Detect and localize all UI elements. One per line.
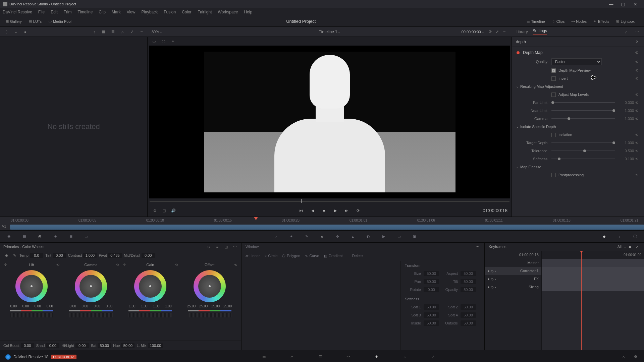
3d-icon[interactable]: ▣: [411, 233, 418, 240]
more-icon[interactable]: ⋯: [138, 29, 144, 35]
kf-timeline[interactable]: 01:00:01:09: [542, 251, 644, 350]
target-depth-slider[interactable]: [551, 142, 615, 143]
near-limit-value[interactable]: 1.000: [619, 109, 634, 113]
info-icon[interactable]: ⓘ: [631, 233, 639, 240]
linear-tool[interactable]: ▱Linear: [246, 254, 260, 258]
near-limit-slider[interactable]: [551, 110, 615, 111]
hilight-value[interactable]: 0.00: [75, 343, 89, 348]
lightbox-toggle[interactable]: ⊞Lightbox: [614, 18, 635, 24]
near-reset-icon[interactable]: ⟲: [634, 109, 639, 113]
tolerance-reset-icon[interactable]: ⟲: [634, 149, 639, 153]
stills-view-icon[interactable]: ▯: [3, 29, 9, 35]
sat-value[interactable]: 50.00: [98, 343, 111, 348]
gamma-r[interactable]: 0.00: [80, 304, 90, 308]
target-depth-value[interactable]: 1.000: [619, 141, 634, 145]
color-wheels-icon[interactable]: ◎: [36, 233, 44, 240]
outside-value[interactable]: 50.00: [461, 320, 476, 326]
rgb-mixer-icon[interactable]: ⊞: [67, 233, 74, 240]
rotate-value[interactable]: 0.00: [424, 287, 439, 292]
kf-fx[interactable]: ● ◇ ▸ FX: [485, 275, 541, 283]
menu-edit[interactable]: Edit: [51, 10, 58, 14]
viewer-canvas[interactable]: [149, 46, 510, 198]
gain-r[interactable]: 1.00: [139, 304, 149, 308]
circle-tool[interactable]: ○Circle: [265, 254, 278, 258]
opacity-value[interactable]: 50.00: [461, 287, 476, 292]
tolerance-value[interactable]: 0.500: [619, 149, 634, 153]
effect-search-input[interactable]: [516, 40, 634, 44]
wipe-icon[interactable]: ◫: [161, 207, 167, 214]
gain-jog[interactable]: [128, 313, 172, 317]
offset-wheel[interactable]: [194, 270, 226, 302]
list-view-icon[interactable]: ☰: [110, 29, 116, 35]
gain-reset-icon[interactable]: ⟲: [175, 263, 178, 267]
gamma-wheel[interactable]: [75, 270, 107, 302]
playhead[interactable]: [254, 217, 258, 220]
far-limit-slider[interactable]: [551, 102, 615, 103]
viewer-mode-1-icon[interactable]: ▭: [151, 38, 157, 44]
gamma-y[interactable]: 0.00: [68, 304, 78, 308]
kf-master[interactable]: Master: [485, 259, 541, 267]
viewer-wand-icon[interactable]: ✧: [170, 38, 176, 44]
wheels-mode-3-icon[interactable]: ◫: [223, 244, 229, 250]
color-match-icon[interactable]: ▦: [21, 233, 28, 240]
offset-y[interactable]: 25.00: [186, 304, 197, 308]
tolerance-slider[interactable]: [551, 150, 615, 151]
lift-wheel[interactable]: [15, 270, 48, 302]
inside-value[interactable]: 50.00: [424, 320, 439, 326]
soft3-value[interactable]: 50.00: [424, 312, 439, 318]
group-map-adjustment[interactable]: Resulting Map Adjustment: [512, 82, 644, 90]
menu-help[interactable]: Help: [244, 10, 252, 14]
kf-corrector1[interactable]: ● ◇ ▸ Corrector 1: [485, 267, 541, 275]
menu-fairlight[interactable]: Fairlight: [198, 10, 212, 14]
contrast-value[interactable]: 1.000: [83, 253, 97, 258]
warper-icon[interactable]: ✦: [287, 233, 295, 240]
gain-picker-icon[interactable]: ✛: [123, 263, 126, 267]
lift-g[interactable]: 0.00: [33, 304, 43, 308]
tilt-value[interactable]: 50.00: [461, 279, 476, 284]
play-button[interactable]: ▶: [332, 207, 339, 214]
deliver-page-icon[interactable]: ↗: [429, 353, 437, 361]
pan-value[interactable]: 50.00: [424, 279, 439, 284]
timeline-name[interactable]: Timeline 1 ⌵: [319, 29, 340, 34]
far-reset-icon[interactable]: ⟲: [634, 101, 639, 105]
blur-icon[interactable]: ◐: [365, 233, 372, 240]
post-reset-icon[interactable]: ⟲: [634, 173, 639, 177]
menu-file[interactable]: File: [38, 10, 45, 14]
group-map-finesse[interactable]: Map Finesse: [512, 163, 644, 171]
motion-effects-icon[interactable]: ▭: [83, 233, 90, 240]
effect-enabled-dot[interactable]: [517, 51, 520, 54]
temp-value[interactable]: 0.0: [30, 253, 43, 258]
window-more-icon[interactable]: ⋯: [474, 244, 480, 250]
expand-viewer-icon[interactable]: ⤢: [494, 29, 500, 35]
gamma-dm-value[interactable]: 1.000: [619, 117, 634, 121]
soft1-value[interactable]: 50.00: [424, 304, 439, 310]
zoom-chevron-icon[interactable]: ⌵: [160, 31, 162, 34]
far-limit-value[interactable]: 0.000: [619, 101, 634, 105]
kf-all-label[interactable]: All: [618, 245, 622, 249]
viewer-timecode[interactable]: 01:00:00:18: [483, 208, 507, 213]
menu-resolve[interactable]: DaVinci Resolve: [3, 10, 32, 14]
viewer-mode-2-icon[interactable]: ▯▯: [160, 38, 166, 44]
stills-grab-icon[interactable]: ⤓: [13, 29, 19, 35]
preview-reset-icon[interactable]: ⟲: [634, 68, 639, 73]
menu-fusion[interactable]: Fusion: [164, 10, 176, 14]
menu-playback[interactable]: Playback: [141, 10, 158, 14]
hdr-wheels-icon[interactable]: ◈: [52, 233, 59, 240]
magic-mask-icon[interactable]: ▲: [349, 233, 357, 240]
curve-tool[interactable]: ∿Curve: [305, 254, 319, 258]
quality-select[interactable]: Faster: [551, 58, 602, 65]
grid-view-icon[interactable]: ▦: [101, 29, 107, 35]
keyframes-mode-icon[interactable]: ◆: [600, 233, 608, 240]
zoom-value[interactable]: 39%: [152, 30, 159, 34]
pivot-value[interactable]: 0.435: [108, 253, 122, 258]
auto-balance-icon[interactable]: ✎: [11, 252, 17, 258]
timeline-toggle[interactable]: ☰Timeline: [525, 18, 545, 24]
project-settings-icon[interactable]: ⚙: [633, 354, 639, 360]
search-settings-icon[interactable]: ⌕: [623, 29, 629, 35]
gain-b[interactable]: 1.00: [163, 304, 173, 308]
timeline-clip[interactable]: [10, 225, 644, 230]
step-fwd-button[interactable]: ⏭: [343, 207, 350, 214]
kf-sizing[interactable]: ● ◇ ▸ Sizing: [485, 283, 541, 291]
effect-reset-icon[interactable]: ⟲: [634, 50, 639, 55]
mediapool-toggle[interactable]: ▭Media Pool: [47, 18, 71, 24]
